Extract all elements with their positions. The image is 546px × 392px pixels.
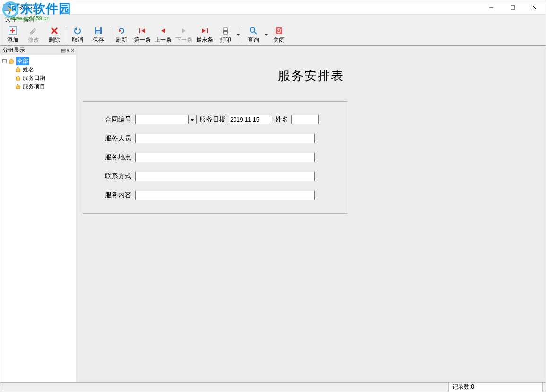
record-count: 记录数:0 xyxy=(448,382,543,392)
svg-rect-15 xyxy=(139,28,140,33)
svg-rect-12 xyxy=(96,27,100,30)
label-contact: 联系方式 xyxy=(93,172,135,181)
next-button[interactable]: 下一条 xyxy=(173,25,194,44)
toolbar-separator xyxy=(110,27,110,43)
print-icon xyxy=(221,26,230,35)
app-icon xyxy=(3,4,11,11)
print-button[interactable]: 打印 xyxy=(215,25,236,44)
refresh-button[interactable]: 刷新 xyxy=(111,25,132,44)
tree-node-all[interactable]: 全部 xyxy=(16,57,29,65)
tree-node-service-date[interactable]: 服务日期 xyxy=(23,74,45,82)
svg-marker-18 xyxy=(182,28,186,33)
prev-icon xyxy=(158,26,168,35)
svg-line-26 xyxy=(254,32,257,34)
query-dropdown[interactable] xyxy=(264,25,269,44)
home-icon xyxy=(8,58,15,64)
minimize-button[interactable] xyxy=(480,0,502,14)
label-content: 服务内容 xyxy=(93,191,135,200)
side-options-icon[interactable]: ▤ xyxy=(61,47,66,53)
svg-marker-34 xyxy=(16,84,20,89)
first-icon xyxy=(138,26,147,35)
save-icon xyxy=(94,26,103,35)
label-name: 姓名 xyxy=(272,115,291,124)
svg-rect-0 xyxy=(4,4,10,11)
content-input[interactable] xyxy=(135,191,315,200)
body-area: 分组显示 ▤ ▾ ✕ − 全部 姓名 xyxy=(0,46,546,382)
search-icon xyxy=(249,26,258,35)
close-tool-button[interactable]: 关闭 xyxy=(269,25,289,44)
svg-rect-23 xyxy=(224,32,227,34)
app-window: ↘ 河东软件园 www.pc0359.cn 服务安排表 文件 编辑 添加 修改 xyxy=(0,0,546,392)
last-button[interactable]: 最末条 xyxy=(194,25,215,44)
toolbar-separator xyxy=(66,27,66,43)
content-area: 服务安排表 合同编号 服务日期 姓名 服务人员 xyxy=(76,46,546,382)
staff-input[interactable] xyxy=(135,134,315,143)
group-tree[interactable]: − 全部 姓名 服务日期 服务项目 xyxy=(0,55,76,382)
status-bar: 记录数:0 xyxy=(0,382,546,392)
label-location: 服务地点 xyxy=(93,153,135,162)
undo-icon xyxy=(73,26,82,35)
side-close-icon[interactable]: ✕ xyxy=(70,47,75,53)
svg-point-25 xyxy=(250,27,255,32)
contact-input[interactable] xyxy=(135,172,315,181)
tree-node-service-item[interactable]: 服务项目 xyxy=(23,82,45,91)
contract-no-combo[interactable] xyxy=(135,115,197,124)
label-staff: 服务人员 xyxy=(93,134,135,143)
menu-file[interactable]: 文件 xyxy=(5,16,17,24)
modify-icon xyxy=(29,26,38,35)
window-title: 服务安排表 xyxy=(14,3,42,11)
window-controls xyxy=(480,0,546,14)
query-button[interactable]: 查询 xyxy=(243,25,264,44)
menu-bar: 文件 编辑 xyxy=(0,15,546,24)
home-icon xyxy=(15,75,21,81)
svg-marker-31 xyxy=(9,59,14,63)
name-input[interactable] xyxy=(291,115,319,124)
next-icon xyxy=(179,26,189,35)
svg-rect-20 xyxy=(207,28,208,33)
add-icon xyxy=(8,26,17,35)
refresh-icon xyxy=(117,26,126,35)
home-icon xyxy=(15,66,21,73)
close-button[interactable] xyxy=(524,0,546,14)
svg-rect-13 xyxy=(96,31,100,34)
print-dropdown[interactable] xyxy=(236,25,241,44)
svg-marker-35 xyxy=(191,119,194,121)
label-contract-no: 合同编号 xyxy=(93,115,135,124)
form-box: 合同编号 服务日期 姓名 服务人员 xyxy=(83,101,347,214)
toolbar-separator xyxy=(242,27,242,43)
cancel-button[interactable]: 取消 xyxy=(67,25,88,44)
svg-marker-32 xyxy=(16,67,20,72)
chevron-down-icon[interactable] xyxy=(188,115,196,124)
home-icon xyxy=(15,83,21,90)
maximize-button[interactable] xyxy=(502,0,524,14)
toolbar: 添加 修改 删除 取消 保存 刷新 第一条 上一条 xyxy=(0,24,546,46)
side-panel-header: 分组显示 ▤ ▾ ✕ xyxy=(0,46,76,55)
side-panel-title: 分组显示 xyxy=(2,46,25,54)
svg-marker-19 xyxy=(202,28,206,33)
save-button[interactable]: 保存 xyxy=(88,25,109,44)
label-service-date: 服务日期 xyxy=(197,115,229,124)
svg-marker-27 xyxy=(265,34,268,36)
title-bar: 服务安排表 xyxy=(0,0,546,15)
side-panel: 分组显示 ▤ ▾ ✕ − 全部 姓名 xyxy=(0,46,76,382)
tree-node-name[interactable]: 姓名 xyxy=(23,65,34,74)
svg-marker-16 xyxy=(141,28,145,33)
add-button[interactable]: 添加 xyxy=(2,25,23,44)
service-date-input[interactable] xyxy=(229,115,272,124)
delete-button[interactable]: 删除 xyxy=(44,25,65,44)
location-input[interactable] xyxy=(135,153,315,162)
chevron-down-icon[interactable]: ▾ xyxy=(67,47,69,53)
form-title: 服务安排表 xyxy=(78,68,544,84)
delete-icon xyxy=(50,26,59,35)
svg-marker-17 xyxy=(161,28,165,33)
svg-marker-33 xyxy=(16,76,20,80)
svg-marker-14 xyxy=(119,29,121,32)
power-icon xyxy=(274,26,284,35)
prev-button[interactable]: 上一条 xyxy=(153,25,173,44)
menu-edit[interactable]: 编辑 xyxy=(23,16,35,24)
first-button[interactable]: 第一条 xyxy=(132,25,153,44)
modify-button[interactable]: 修改 xyxy=(23,25,44,44)
tree-collapse-icon[interactable]: − xyxy=(2,59,7,63)
svg-marker-24 xyxy=(237,34,240,36)
svg-rect-22 xyxy=(224,28,227,30)
